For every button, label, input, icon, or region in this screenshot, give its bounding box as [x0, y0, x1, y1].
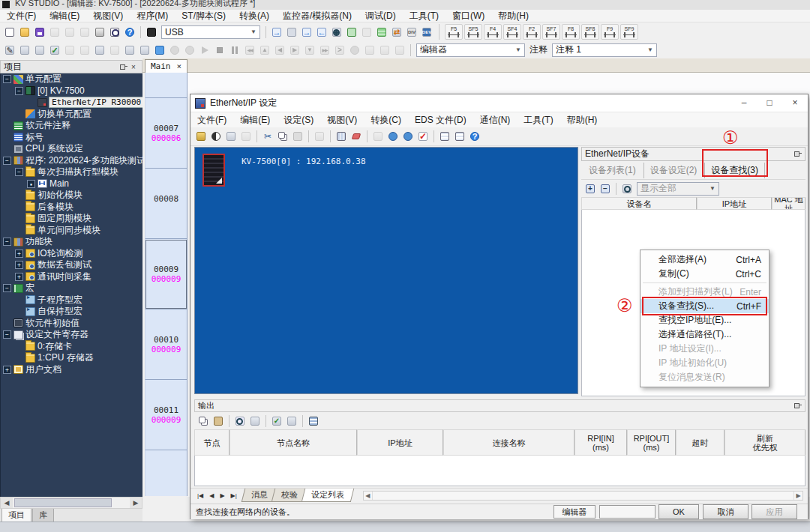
cut-icon[interactable]: [261, 130, 274, 143]
context-menu-item[interactable]: 全部选择(A) Ctrl+A: [640, 253, 769, 267]
help-icon[interactable]: [123, 25, 136, 39]
print-preview-icon[interactable]: [108, 25, 122, 39]
menu-item[interactable]: 工具(T): [403, 10, 446, 22]
help-icon[interactable]: [468, 130, 482, 143]
binoculars-icon[interactable]: [233, 414, 247, 428]
paste-icon[interactable]: [291, 130, 304, 143]
step-up-icon[interactable]: [258, 43, 272, 57]
tree-item[interactable]: 用户文档: [1, 364, 142, 376]
menu-item[interactable]: 转换(A): [232, 10, 276, 22]
tree-expander-icon[interactable]: [3, 284, 11, 292]
menu-item[interactable]: 通信(N): [473, 112, 518, 127]
tree-item[interactable]: 设定文件寄存器: [1, 329, 142, 341]
tree-expander-icon[interactable]: [15, 168, 23, 176]
last-page-icon[interactable]: ▶|: [228, 492, 240, 499]
toolbar-icon[interactable]: [263, 414, 268, 428]
tree-item[interactable]: IO轮询检测: [1, 248, 142, 260]
tree-expander-icon[interactable]: [3, 157, 11, 165]
toolbar-icon[interactable]: [226, 414, 232, 428]
tree-expander-icon[interactable]: [3, 75, 11, 83]
tree-expander-icon[interactable]: [15, 261, 23, 269]
menu-item[interactable]: 视图(V): [86, 10, 130, 22]
eraser-icon[interactable]: [350, 130, 363, 143]
ladder-row[interactable]: 00011 000009: [145, 380, 188, 450]
toolbar-icon[interactable]: [614, 182, 619, 196]
context-menu-item[interactable]: 设备查找(S)... Ctrl+F: [640, 299, 769, 313]
monitor-off-icon[interactable]: [360, 25, 374, 39]
editor-mode-select[interactable]: 编辑器 ▼: [416, 43, 525, 57]
find-add-icon[interactable]: [584, 182, 597, 196]
ok-button[interactable]: OK: [658, 504, 699, 519]
tree-item[interactable]: 单元间同步模块: [1, 225, 142, 237]
pause-icon[interactable]: [228, 43, 242, 57]
scroll-right-icon[interactable]: ▶: [794, 492, 802, 500]
pin-icon[interactable]: [793, 148, 802, 160]
record-b-icon[interactable]: [183, 43, 196, 57]
transfer-in-icon[interactable]: [300, 25, 314, 39]
globe-find-icon[interactable]: [386, 130, 400, 143]
step-down-icon[interactable]: [303, 43, 316, 57]
menu-item[interactable]: 帮助(H): [560, 112, 604, 127]
prev-page-icon[interactable]: ◀: [206, 492, 217, 499]
output-table-body[interactable]: [194, 456, 806, 486]
paste-file-icon[interactable]: [63, 25, 76, 39]
export-file-icon[interactable]: [48, 25, 62, 39]
usb-dark-icon[interactable]: [93, 43, 106, 57]
ladder-fkey-button[interactable]: F2: [523, 24, 541, 40]
prev-icon[interactable]: [273, 43, 286, 57]
next-page-icon[interactable]: ▶: [217, 492, 227, 499]
maximize-icon[interactable]: □: [757, 94, 782, 112]
window-a-icon[interactable]: [63, 43, 76, 57]
tree-item[interactable]: 通讯时间采集: [1, 271, 142, 283]
unit-gray-icon[interactable]: [313, 130, 326, 143]
context-menu-item[interactable]: IP 地址初始化(U): [640, 356, 769, 370]
open-folder-icon[interactable]: [18, 25, 32, 39]
ladder-fkey-button[interactable]: SF9: [620, 24, 638, 40]
ladder-fkey-button[interactable]: F5: [445, 24, 463, 40]
menu-item[interactable]: ST/脚本(S): [175, 10, 232, 22]
hand-icon[interactable]: [363, 43, 376, 57]
tree-item[interactable]: 宏: [1, 282, 142, 294]
circle-icon[interactable]: [348, 43, 362, 57]
ladder-fkey-button[interactable]: SF4: [503, 24, 521, 40]
edit-check-icon[interactable]: [48, 43, 62, 57]
toolbar-icon[interactable]: [364, 130, 370, 143]
apply-button[interactable]: 应用: [752, 504, 797, 519]
tree-item[interactable]: 软元件初始值: [1, 318, 142, 330]
ladder-fkey-button[interactable]: SF5: [464, 24, 482, 40]
device-filter-select[interactable]: 显示全部 ▼: [637, 182, 719, 196]
context-menu-item[interactable]: 复位消息发送(R): [640, 370, 769, 384]
menu-item[interactable]: 文件(F): [0, 10, 43, 22]
tree-item[interactable]: 数据丢包测试: [1, 259, 142, 271]
tree-item[interactable]: 初始化模块: [1, 190, 142, 202]
context-menu-item[interactable]: 复制(C) Ctrl+C: [640, 267, 769, 281]
ladder-row[interactable]: 00007 000006: [145, 98, 188, 169]
menu-item[interactable]: 编辑(E): [233, 112, 277, 127]
close-icon[interactable]: ×: [177, 61, 182, 71]
grid-edit-icon[interactable]: [334, 130, 348, 143]
toolbar-icon[interactable]: [254, 130, 260, 143]
ladder-row[interactable]: 00009 000009: [145, 239, 188, 309]
toolbar-icon[interactable]: [306, 130, 311, 143]
tree-item[interactable]: Main: [1, 178, 142, 190]
ladder-row[interactable]: 00008: [145, 169, 188, 239]
copy-gray-icon[interactable]: [239, 130, 253, 143]
ladder-fkey-button[interactable]: F4: [484, 24, 502, 40]
ladder-fkey-button[interactable]: F9: [601, 24, 619, 40]
tree-item[interactable]: 软元件注释: [1, 120, 142, 132]
sync-compare-icon[interactable]: [390, 25, 404, 39]
tree-item[interactable]: EtherNet/IP R30000 D: [1, 97, 142, 109]
toolbar-icon[interactable]: [408, 43, 413, 57]
step-over-icon[interactable]: [333, 43, 346, 57]
sheet-tab[interactable]: 设定列表: [302, 489, 354, 502]
cancel-button[interactable]: 取消: [703, 504, 748, 519]
device-panel-tab[interactable]: 设备设定(2): [644, 163, 704, 178]
tree-item[interactable]: 单元配置: [1, 73, 142, 85]
tree-expander-icon[interactable]: [15, 87, 23, 95]
menu-item[interactable]: 监控器/模拟器(N): [276, 10, 358, 22]
toolbar-icon[interactable]: [300, 414, 305, 428]
scrollbar-thumb[interactable]: [14, 498, 112, 507]
usb-device-icon[interactable]: [145, 25, 158, 39]
transfer-out-icon[interactable]: [315, 25, 328, 39]
dialog-titlebar[interactable]: EtherNet/IP 设定 – □ ×: [190, 94, 808, 112]
